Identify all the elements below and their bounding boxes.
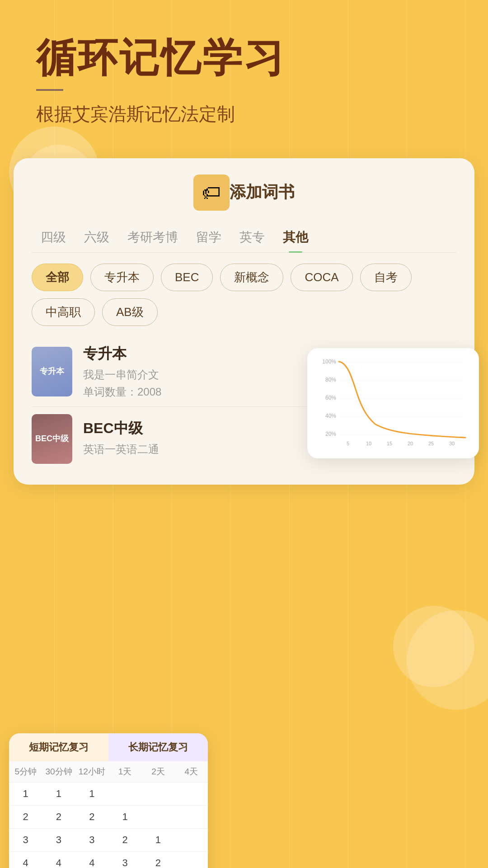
svg-text:15: 15 <box>387 441 392 446</box>
memory-curve-chart: 100% 80% 60% 40% 20% 5 10 15 20 25 30 <box>316 357 470 448</box>
svg-text:40%: 40% <box>325 413 336 419</box>
book-cover-bec: BEC中级 <box>32 414 72 464</box>
cards-container: 添加词书 四级 六级 考研考博 留学 英专 其他 全部 专升本 BEC 新概念 … <box>14 158 474 778</box>
table-row: 4 4 4 3 2 <box>9 852 208 868</box>
filter-xingainian[interactable]: 新概念 <box>220 264 283 291</box>
card-title: 添加词书 <box>230 181 295 203</box>
table-row: 2 2 2 1 <box>9 806 208 829</box>
table-row: 1 1 1 <box>9 783 208 806</box>
tab-qita[interactable]: 其他 <box>274 224 317 252</box>
tab-4ji[interactable]: 四级 <box>32 224 75 252</box>
svg-text:100%: 100% <box>322 359 336 365</box>
tabs-container: 四级 六级 考研考博 留学 英专 其他 <box>32 224 456 253</box>
svg-text:25: 25 <box>428 441 434 446</box>
col-4day: 4天 <box>175 761 208 782</box>
table-body: 1 1 1 2 2 2 1 3 3 3 2 <box>9 783 208 868</box>
col-5min: 5分钟 <box>9 761 42 782</box>
svg-text:80%: 80% <box>325 377 336 383</box>
filter-coca[interactable]: COCA <box>291 264 352 291</box>
col-2day: 2天 <box>141 761 174 782</box>
title-divider <box>36 89 63 91</box>
filter-zhonggaozhi[interactable]: 中高职 <box>32 298 95 326</box>
svg-text:60%: 60% <box>325 395 336 401</box>
tab-kaoyan[interactable]: 考研考博 <box>118 224 187 252</box>
svg-text:10: 10 <box>366 441 371 446</box>
col-30min: 30分钟 <box>42 761 75 782</box>
tab-yingzhuan[interactable]: 英专 <box>230 224 274 252</box>
table-card: 短期记忆复习 长期记忆复习 5分钟 30分钟 12小时 1天 2天 4天 1 1… <box>9 733 208 868</box>
long-term-header: 长期记忆复习 <box>108 733 208 761</box>
col-1day: 1天 <box>108 761 141 782</box>
table-row: 3 3 3 2 1 <box>9 829 208 852</box>
book-cover-zhuanshengben: 专升本 <box>32 347 72 396</box>
card-header: 添加词书 <box>32 175 456 211</box>
svg-text:5: 5 <box>347 441 349 446</box>
table-header: 短期记忆复习 长期记忆复习 <box>9 733 208 761</box>
filter-zhuanshengben[interactable]: 专升本 <box>90 264 154 291</box>
svg-text:20: 20 <box>408 441 413 446</box>
page-subtitle: 根据艾宾浩斯记忆法定制 <box>36 102 452 127</box>
tab-liuxue[interactable]: 留学 <box>187 224 230 252</box>
filter-abji[interactable]: AB级 <box>102 298 158 326</box>
filter-all[interactable]: 全部 <box>32 264 83 291</box>
filter-bec[interactable]: BEC <box>161 264 213 291</box>
svg-text:30: 30 <box>449 441 455 446</box>
short-term-header: 短期记忆复习 <box>9 733 108 761</box>
bookmark-icon <box>193 175 230 211</box>
svg-text:20%: 20% <box>325 431 336 437</box>
page-title: 循环记忆学习 <box>36 36 452 80</box>
filter-zikao[interactable]: 自考 <box>360 264 412 291</box>
col-labels: 5分钟 30分钟 12小时 1天 2天 4天 <box>9 761 208 783</box>
header: 循环记忆学习 根据艾宾浩斯记忆法定制 <box>0 0 488 145</box>
filters-container: 全部 专升本 BEC 新概念 COCA 自考 中高职 AB级 <box>32 264 456 326</box>
curve-card: 100% 80% 60% 40% 20% 5 10 15 20 25 30 <box>307 348 479 458</box>
tab-6ji[interactable]: 六级 <box>75 224 118 252</box>
col-12h: 12小时 <box>75 761 108 782</box>
